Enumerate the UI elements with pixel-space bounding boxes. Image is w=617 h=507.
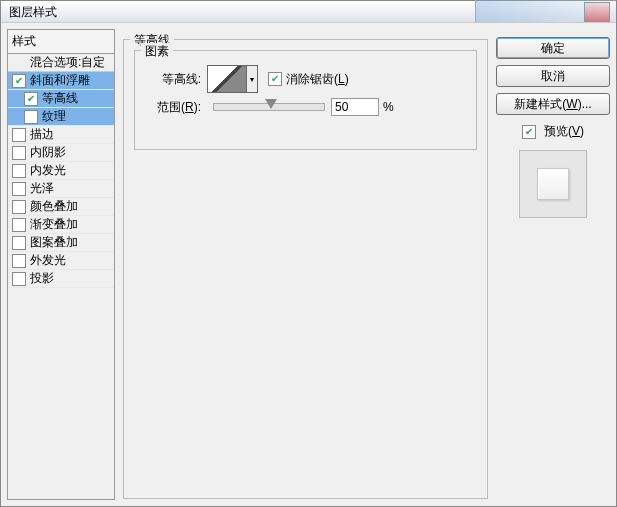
style-checkbox[interactable] — [12, 182, 26, 196]
antialias-checkbox[interactable]: ✔ — [268, 72, 282, 86]
style-item[interactable]: 内发光 — [8, 162, 114, 180]
style-item[interactable]: 光泽 — [8, 180, 114, 198]
close-window-button[interactable] — [584, 2, 610, 22]
style-item-label: 等高线 — [42, 90, 78, 107]
style-item-label: 光泽 — [30, 180, 54, 197]
window-title: 图层样式 — [9, 5, 57, 19]
contour-group: 等高线 图素 等高线: ▾ ✔ 消除锯齿(L) — [123, 39, 488, 499]
style-item-label: 外发光 — [30, 252, 66, 269]
style-checkbox[interactable]: ✔ — [24, 92, 38, 106]
elements-group-title: 图素 — [141, 43, 173, 60]
preview-swatch — [519, 150, 587, 218]
style-checkbox[interactable] — [12, 128, 26, 142]
style-checkbox[interactable] — [24, 110, 38, 124]
style-item[interactable]: 混合选项:自定 — [8, 54, 114, 72]
range-label: 范围(R): — [145, 99, 201, 116]
style-checkbox[interactable]: ✔ — [12, 74, 26, 88]
contour-dropdown-icon[interactable]: ▾ — [247, 65, 258, 93]
style-item-label: 斜面和浮雕 — [30, 72, 90, 89]
style-item[interactable]: ✔等高线 — [8, 90, 114, 108]
style-item[interactable]: 渐变叠加 — [8, 216, 114, 234]
contour-label: 等高线: — [145, 71, 201, 88]
cancel-button[interactable]: 取消 — [496, 65, 610, 87]
style-checkbox[interactable] — [12, 218, 26, 232]
styles-column: 样式 混合选项:自定✔斜面和浮雕✔等高线纹理描边内阴影内发光光泽颜色叠加渐变叠加… — [7, 29, 115, 500]
style-checkbox[interactable] — [12, 236, 26, 250]
style-checkbox[interactable] — [12, 254, 26, 268]
antialias-label: 消除锯齿(L) — [286, 71, 349, 88]
style-item-label: 内阴影 — [30, 144, 66, 161]
style-item-label: 纹理 — [42, 108, 66, 125]
style-item-label: 图案叠加 — [30, 234, 78, 251]
new-style-button[interactable]: 新建样式(W)... — [496, 93, 610, 115]
style-item-label: 内发光 — [30, 162, 66, 179]
style-checkbox[interactable] — [12, 272, 26, 286]
style-item-label: 投影 — [30, 270, 54, 287]
style-item-label: 颜色叠加 — [30, 198, 78, 215]
action-column: 确定 取消 新建样式(W)... ✔ 预览(V) — [496, 29, 610, 500]
range-input[interactable] — [331, 98, 379, 116]
style-checkbox[interactable] — [12, 146, 26, 160]
style-item[interactable]: ✔斜面和浮雕 — [8, 72, 114, 90]
style-item[interactable]: 投影 — [8, 270, 114, 288]
style-item[interactable]: 颜色叠加 — [8, 198, 114, 216]
settings-panel: 等高线 图素 等高线: ▾ ✔ 消除锯齿(L) — [121, 29, 490, 500]
style-item[interactable]: 纹理 — [8, 108, 114, 126]
contour-picker[interactable] — [207, 65, 247, 93]
style-item-label: 混合选项:自定 — [30, 54, 105, 71]
preview-label: 预览(V) — [544, 123, 584, 140]
style-checkbox[interactable] — [12, 200, 26, 214]
style-item[interactable]: 描边 — [8, 126, 114, 144]
style-item[interactable]: 外发光 — [8, 252, 114, 270]
styles-header: 样式 — [7, 29, 115, 54]
title-bar: 图层样式 — [1, 1, 616, 23]
style-checkbox[interactable] — [12, 164, 26, 178]
style-item[interactable]: 图案叠加 — [8, 234, 114, 252]
style-item[interactable]: 内阴影 — [8, 144, 114, 162]
elements-group: 图素 等高线: ▾ ✔ 消除锯齿(L) 范围(R): — [134, 50, 477, 150]
layer-style-dialog: 图层样式 样式 混合选项:自定✔斜面和浮雕✔等高线纹理描边内阴影内发光光泽颜色叠… — [0, 0, 617, 507]
range-slider[interactable] — [213, 103, 325, 111]
range-unit: % — [383, 100, 394, 114]
preview-checkbox[interactable]: ✔ — [522, 125, 536, 139]
ok-button[interactable]: 确定 — [496, 37, 610, 59]
style-item-label: 描边 — [30, 126, 54, 143]
style-item-label: 渐变叠加 — [30, 216, 78, 233]
styles-list: 混合选项:自定✔斜面和浮雕✔等高线纹理描边内阴影内发光光泽颜色叠加渐变叠加图案叠… — [7, 54, 115, 500]
